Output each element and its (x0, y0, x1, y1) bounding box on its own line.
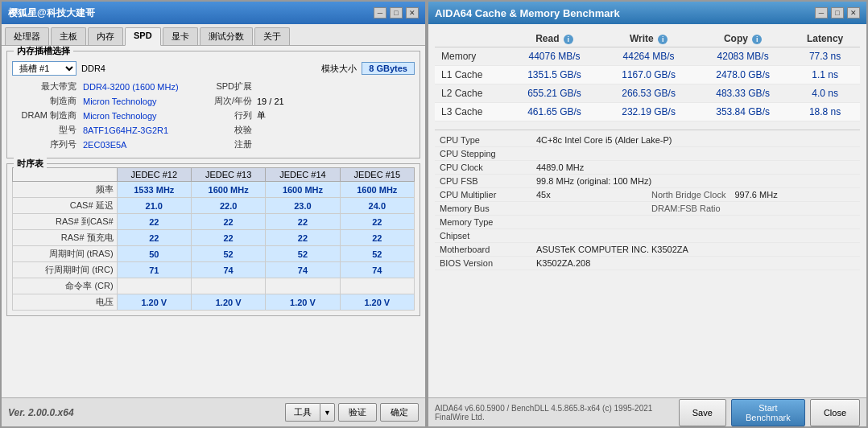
cpuz-tabs: 处理器 主板 内存 SPD 显卡 测试分数 关于 (2, 24, 425, 46)
timing-cell: 74 (266, 262, 340, 278)
timing-group: 时序表 JEDEC #12 JEDEC #13 JEDEC #14 JEDEC … (6, 163, 420, 316)
serial-label: 序列号 (12, 138, 76, 150)
divider (435, 130, 860, 130)
timing-cell: 1600 MHz (191, 182, 265, 198)
col-read-header: Read i (507, 31, 601, 47)
max-bandwidth-value: DDR4-3200 (1600 MHz) (83, 82, 196, 92)
timing-group-title: 时序表 (14, 158, 47, 170)
row-col-label: 行列 (204, 109, 252, 121)
timing-cell: 22 (266, 214, 340, 230)
module-size-area: 模块大小 8 GBytes (321, 62, 415, 75)
spd-ext-label: SPD扩展 (204, 80, 252, 93)
tools-button[interactable]: 工具 (285, 403, 320, 422)
cpuz-version: Ver. 2.00.0.x64 (8, 407, 74, 418)
tab-about[interactable]: 关于 (254, 27, 290, 45)
model-row: 型号 8ATF1G64HZ-3G2R1 校验 (12, 124, 415, 136)
close-button[interactable]: ✕ (406, 7, 419, 19)
tab-mainboard[interactable]: 主板 (51, 27, 86, 45)
sysinfo-row: CPU Clock4489.0 MHz (435, 161, 860, 175)
aida-footer: AIDA64 v6.60.5900 / BenchDLL 4.5.865.8-x… (435, 404, 679, 422)
dram-mfr-label: DRAM 制造商 (12, 109, 76, 121)
timing-cell: 1.20 V (191, 294, 265, 311)
timing-cell: 1.20 V (117, 294, 191, 311)
aida-title: AIDA64 Cache & Memory Benchmark (435, 7, 620, 19)
timing-row-label: RAS# 预充电 (13, 230, 118, 246)
jedec12-header: JEDEC #12 (117, 168, 191, 182)
slot-group: 内存插槽选择 插槽 #1 DDR4 模块大小 8 GBytes 最大带宽 DDR… (6, 51, 420, 158)
week-year-label: 周次/年份 (204, 95, 252, 107)
aida-window-controls: ─ □ ✕ (815, 7, 860, 19)
aida-minimize-button[interactable]: ─ (815, 7, 828, 19)
timing-row-label: RAS# 到CAS# (13, 214, 118, 230)
timing-row-label: 频率 (13, 182, 118, 198)
timing-cell: 22.0 (191, 198, 265, 214)
verify-button[interactable]: 验证 (338, 403, 377, 422)
aida-maximize-button[interactable]: □ (831, 7, 844, 19)
timing-cell: 22 (340, 230, 414, 246)
tab-graphics[interactable]: 显卡 (163, 27, 198, 45)
timing-cell: 22 (191, 214, 265, 230)
copy-info-icon[interactable]: i (752, 35, 762, 44)
sysinfo-row: CPU Stepping (435, 147, 860, 161)
serial-row: 序列号 2EC03E5A 注册 (12, 138, 415, 150)
timing-cell (266, 278, 340, 294)
col-write-header: Write i (601, 31, 696, 47)
sysinfo-table: CPU Type4C+8c Intel Core i5 (Alder Lake-… (435, 134, 860, 270)
timing-cell: 52 (266, 246, 340, 262)
bottom-buttons: 工具 ▼ 验证 确定 (285, 403, 419, 422)
sysinfo-row: Memory Type (435, 216, 860, 229)
timing-cell: 52 (340, 246, 414, 262)
timing-cell: 74 (340, 262, 414, 278)
max-bandwidth-label: 最大带宽 (12, 80, 76, 93)
save-button[interactable]: Save (679, 399, 726, 426)
jedec13-header: JEDEC #13 (191, 168, 265, 182)
write-info-icon[interactable]: i (658, 35, 668, 44)
row-col-value: 单 (257, 109, 289, 121)
aida-close-button[interactable]: ✕ (847, 7, 860, 19)
slot-group-title: 内存插槽选择 (14, 46, 73, 57)
aida-close-btn[interactable]: Close (810, 399, 860, 426)
timing-cell: 22 (117, 214, 191, 230)
tab-bench[interactable]: 测试分数 (200, 27, 253, 45)
slot-type: DDR4 (81, 64, 105, 73)
slot-select[interactable]: 插槽 #1 (12, 61, 76, 76)
manufacturer-value: Micron Technology (83, 97, 196, 106)
timing-row-label: CAS# 延迟 (13, 198, 118, 214)
read-info-icon[interactable]: i (564, 35, 573, 44)
serial-value: 2EC03E5A (83, 140, 196, 150)
aida-window: AIDA64 Cache & Memory Benchmark ─ □ ✕ Re… (427, 0, 868, 428)
cpuz-window-controls: ─ □ ✕ (374, 7, 419, 19)
minimize-button[interactable]: ─ (374, 7, 386, 19)
timing-cell: 1600 MHz (340, 182, 414, 198)
timing-cell: 74 (191, 262, 265, 278)
cpuz-content: 内存插槽选择 插槽 #1 DDR4 模块大小 8 GBytes 最大带宽 DDR… (2, 46, 425, 397)
timing-cell: 1.20 V (266, 294, 340, 311)
sysinfo-row: MotherboardASUSTeK COMPUTER INC. K3502ZA (435, 243, 860, 257)
model-value: 8ATF1G64HZ-3G2R1 (83, 126, 196, 135)
tab-memory[interactable]: 内存 (88, 27, 123, 45)
timing-row-label: 行周期时间 (tRC) (13, 262, 118, 278)
start-benchmark-button[interactable]: Start Benchmark (731, 399, 805, 426)
dram-mfr-value: Micron Technology (83, 111, 196, 121)
timing-cell: 21.0 (117, 198, 191, 214)
model-label: 型号 (12, 124, 76, 136)
timing-cell: 22 (266, 230, 340, 246)
confirm-button[interactable]: 确定 (380, 403, 419, 422)
tab-processor[interactable]: 处理器 (5, 27, 49, 45)
sysinfo-row: CPU Type4C+8c Intel Core i5 (Alder Lake-… (435, 134, 860, 147)
timing-cell: 1.20 V (340, 294, 414, 311)
timing-row-label: 电压 (13, 294, 118, 311)
tab-spd[interactable]: SPD (125, 27, 161, 46)
manufacturer-row: 制造商 Micron Technology 周次/年份 19 / 21 (12, 95, 415, 107)
manufacturer-label: 制造商 (12, 95, 76, 107)
bench-row: Memory44076 MB/s44264 MB/s42083 MB/s77.3… (435, 47, 860, 66)
maximize-button[interactable]: □ (390, 7, 403, 19)
week-year-value: 19 / 21 (257, 97, 289, 106)
timing-cell: 22 (340, 214, 414, 230)
benchmark-table: Read i Write i Copy i Latency (435, 31, 860, 121)
aida-bottom-buttons: Save Start Benchmark Close (679, 399, 860, 426)
sysinfo-row: Chipset (435, 229, 860, 243)
timing-cell: 23.0 (266, 198, 340, 214)
tools-arrow-button[interactable]: ▼ (320, 403, 335, 422)
bench-row: L3 Cache461.65 GB/s232.19 GB/s353.84 GB/… (435, 103, 860, 121)
